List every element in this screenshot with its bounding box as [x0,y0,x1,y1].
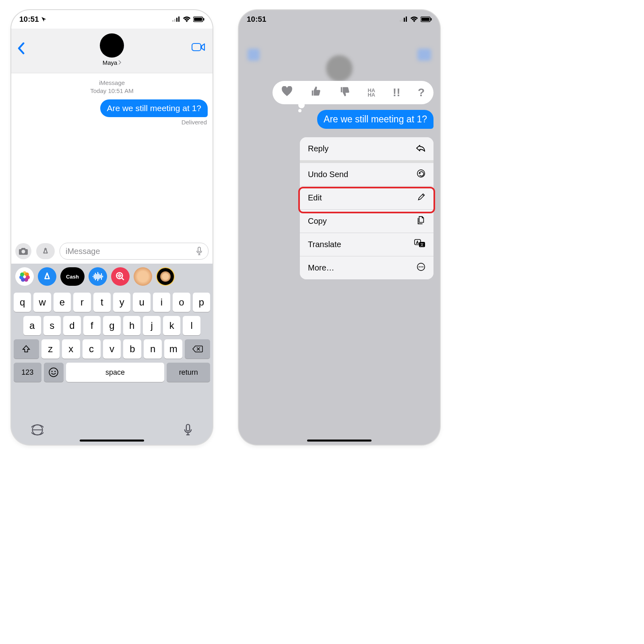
conversation-header: Maya [11,29,213,73]
menu-undo-send[interactable]: Undo Send [300,163,433,186]
svg-point-8 [22,250,25,254]
home-indicator[interactable] [80,440,144,442]
key-v[interactable]: v [103,339,121,359]
key-y[interactable]: y [113,293,130,312]
facetime-button[interactable] [192,42,205,54]
tapback-heart[interactable] [281,86,293,99]
key-t[interactable]: t [93,293,111,312]
key-n[interactable]: n [144,339,162,359]
svg-rect-0 [172,20,173,22]
key-r[interactable]: r [73,293,91,312]
tapback-question[interactable]: ? [418,86,425,99]
tapback-bar: HA HA !! ? [272,81,433,104]
svg-rect-24 [400,20,401,22]
app-applecash[interactable]: Cash [60,267,85,286]
tapback-thumbsdown[interactable] [339,86,350,100]
tapback-haha[interactable]: HA HA [367,88,375,97]
home-indicator[interactable] [307,440,372,442]
appstore-button[interactable] [36,243,55,259]
key-m[interactable]: m [164,339,182,359]
key-g[interactable]: g [103,316,121,335]
svg-rect-5 [194,18,202,21]
key-c[interactable]: c [83,339,101,359]
key-i[interactable]: i [153,293,170,312]
key-q[interactable]: q [14,293,31,312]
undo-icon [417,169,425,180]
key-f[interactable]: f [83,316,101,335]
cellular-icon [172,17,180,22]
key-k[interactable]: k [163,316,181,335]
menu-translate[interactable]: Translate 文 [300,233,433,256]
phone-left: 10:51 Maya iMessage Today 10:51 AM Are w… [11,10,213,445]
key-d[interactable]: d [63,316,81,335]
back-button[interactable] [17,42,25,56]
app-strip[interactable]: Cash [11,264,213,289]
key-z[interactable]: z [41,339,60,359]
kb-row3: z x c v b n m [14,339,210,359]
sent-message-bubble[interactable]: Are we still meeting at 1? [317,110,433,129]
cellular-icon [400,17,408,22]
status-indicators [400,17,432,22]
menu-edit[interactable]: Edit [300,186,433,210]
app-animoji[interactable] [156,267,175,286]
key-backspace[interactable] [185,339,210,359]
key-emoji[interactable] [44,363,64,382]
key-j[interactable]: j [143,316,161,335]
key-shift[interactable] [14,339,39,359]
message-placeholder: iMessage [66,247,100,256]
key-o[interactable]: o [173,293,190,312]
svg-point-21 [54,371,56,372]
kb-row4: 123 space return [14,363,210,382]
blur-facetime-button [417,49,431,61]
tapback-thumbsup[interactable] [310,86,321,100]
chevron-right-icon [118,60,121,65]
menu-reply[interactable]: Reply [300,137,433,163]
menu-copy[interactable]: Copy [300,210,433,233]
menu-more[interactable]: More… [300,256,433,279]
app-search[interactable] [111,267,130,286]
translate-icon: 文 [414,239,425,250]
key-p[interactable]: p [193,293,210,312]
tapback-tail [298,102,305,112]
menu-undo-label: Undo Send [308,170,348,179]
tapback-exclaim[interactable]: !! [393,86,400,99]
menu-edit-label: Edit [308,193,322,202]
status-bar: 10:51 [239,10,440,29]
battery-icon [193,17,204,22]
mic-inline-icon[interactable] [196,247,202,256]
svg-point-20 [52,371,53,372]
key-b[interactable]: b [123,339,141,359]
contact-avatar[interactable] [100,33,124,58]
reply-icon [416,144,425,154]
message-input[interactable]: iMessage [60,243,208,260]
key-x[interactable]: x [62,339,80,359]
svg-point-38 [422,266,423,268]
sent-message-bubble[interactable]: Are we still meeting at 1? [100,99,208,117]
key-l[interactable]: l [183,316,200,335]
app-audio[interactable] [89,267,107,286]
key-123[interactable]: 123 [14,363,41,382]
contact-name[interactable]: Maya [103,59,122,66]
kb-row2: a s d f g h j k l [14,316,210,335]
key-w[interactable]: w [33,293,51,312]
app-memoji[interactable] [134,267,152,286]
svg-rect-1 [174,19,175,22]
app-appstore[interactable] [38,267,56,286]
key-return[interactable]: return [167,363,210,382]
menu-more-label: More… [308,263,334,272]
app-photos[interactable] [15,267,34,286]
key-s[interactable]: s [43,316,61,335]
key-h[interactable]: h [123,316,141,335]
globe-button[interactable] [31,424,43,438]
svg-rect-9 [198,247,200,252]
status-bar: 10:51 [11,10,213,29]
key-u[interactable]: u [133,293,150,312]
dictation-button[interactable] [184,424,192,438]
key-space[interactable]: space [66,363,165,382]
key-e[interactable]: e [54,293,71,312]
wifi-icon [183,17,191,22]
key-a[interactable]: a [23,316,41,335]
camera-button[interactable] [15,243,31,259]
svg-point-19 [49,368,58,377]
svg-point-36 [419,266,420,268]
